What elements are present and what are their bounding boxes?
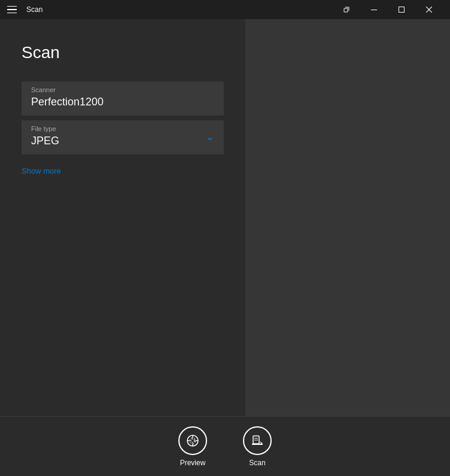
hamburger-menu-button[interactable] [7, 4, 19, 16]
scanner-label: Scanner [31, 86, 214, 93]
maximize-button[interactable] [388, 0, 415, 19]
left-panel: Scan Scanner Perfection1200 File type JP… [0, 19, 245, 416]
chevron-down-icon: ⌄ [205, 130, 214, 143]
file-type-inner: File type JPEG [31, 125, 200, 147]
preview-icon [186, 433, 200, 448]
file-type-value: JPEG [31, 135, 200, 147]
window-controls [333, 0, 443, 19]
close-button[interactable] [415, 0, 443, 19]
scan-button[interactable]: Scan [243, 426, 272, 467]
svg-rect-1 [399, 7, 405, 13]
svg-rect-0 [371, 10, 377, 10]
main-content: Scan Scanner Perfection1200 File type JP… [0, 19, 450, 416]
minimize-button[interactable] [360, 0, 388, 19]
scan-icon-circle [243, 426, 272, 455]
scanner-field: Scanner Perfection1200 [22, 81, 224, 116]
title-bar-title: Scan [26, 5, 333, 14]
right-panel [245, 19, 450, 416]
preview-label: Preview [180, 459, 206, 467]
restore-button[interactable] [333, 0, 360, 19]
scan-icon [250, 433, 264, 448]
title-bar: Scan [0, 0, 450, 19]
scanner-value: Perfection1200 [31, 96, 214, 108]
show-more-link[interactable]: Show more [22, 166, 224, 175]
file-type-field[interactable]: File type JPEG ⌄ [22, 120, 224, 154]
bottom-bar: Preview Scan [0, 416, 450, 476]
scan-label: Scan [249, 459, 265, 467]
svg-point-5 [191, 439, 194, 442]
preview-button[interactable]: Preview [178, 426, 207, 467]
preview-icon-circle [178, 426, 207, 455]
file-type-label: File type [31, 125, 200, 132]
page-title: Scan [22, 43, 224, 62]
